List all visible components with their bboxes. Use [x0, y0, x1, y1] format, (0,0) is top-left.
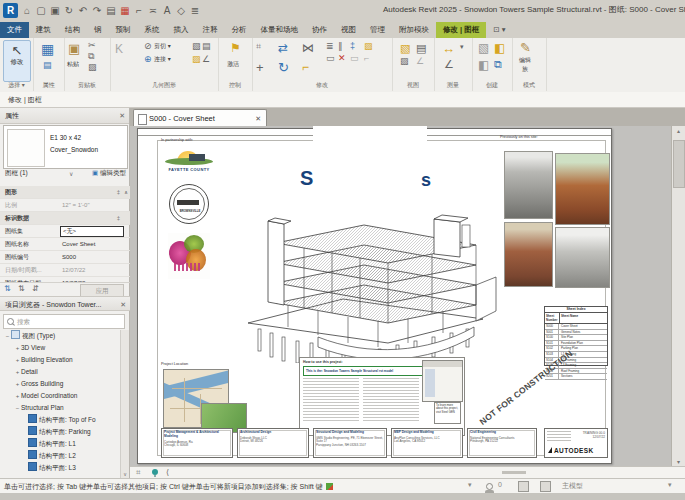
section-graphics[interactable]: 图形 ‡ ∧: [0, 186, 130, 199]
modify-button[interactable]: ↖ 修改: [3, 40, 31, 82]
dimension-icon[interactable]: ∠: [444, 58, 454, 71]
paste-label[interactable]: 粘贴: [67, 60, 79, 69]
cope-icon[interactable]: ⌐: [364, 53, 369, 63]
prop-row-sheet-set[interactable]: 图纸集 <无>: [0, 225, 130, 238]
move-icon[interactable]: +: [256, 60, 264, 75]
sheet-set-input[interactable]: <无>: [60, 226, 124, 237]
linework-icon[interactable]: ∠: [416, 56, 424, 66]
create-parts-icon[interactable]: ⧉: [494, 58, 502, 71]
scale-control-icon[interactable]: ⌗: [136, 468, 141, 478]
profile-icon[interactable]: ∠: [202, 54, 210, 64]
panel-label-select[interactable]: 选择: [8, 82, 20, 88]
edit-family-label[interactable]: 编辑族: [519, 56, 531, 74]
sort-desc-icon[interactable]: ⇵: [32, 284, 39, 293]
more-tools-icon[interactable]: ≣: [190, 3, 200, 18]
measure-icon[interactable]: ▦: [120, 3, 130, 18]
design-option-label[interactable]: 主模型: [562, 481, 583, 491]
open-icon[interactable]: ▢: [36, 3, 46, 18]
tab-modify-titleblock[interactable]: 修改 | 图框: [436, 22, 486, 38]
activate-icon[interactable]: ⚑: [230, 41, 241, 55]
join-label[interactable]: 连接 ▾: [154, 55, 171, 64]
hscroll-thumb[interactable]: [502, 471, 526, 474]
section-identity[interactable]: 标识数据 ‡: [0, 212, 130, 225]
delete-icon[interactable]: ✕: [338, 53, 346, 63]
match-type-icon[interactable]: ▨: [88, 62, 97, 72]
tab-insert[interactable]: 插入: [167, 22, 196, 38]
edit-family-icon[interactable]: ✎: [520, 40, 531, 55]
properties-icon[interactable]: ▦: [41, 41, 54, 57]
copy-icon[interactable]: ⧉: [88, 51, 94, 62]
cut-to-clipboard-icon[interactable]: ✂: [88, 40, 96, 50]
canvas-vscrollbar[interactable]: ▴ ▾: [671, 126, 685, 466]
close-browser-icon[interactable]: ✕: [120, 297, 126, 312]
temporary-hide-icon[interactable]: [152, 469, 158, 475]
tree-folder-elevation[interactable]: +Building Elevation: [0, 354, 122, 366]
visibility-icon[interactable]: ▧: [400, 42, 410, 55]
trim-icon[interactable]: ⌐: [302, 60, 309, 74]
offset-icon[interactable]: ⇄: [278, 41, 288, 55]
activate-label[interactable]: 激活: [227, 60, 239, 69]
tree-folder-gross[interactable]: +Gross Building: [0, 378, 122, 390]
revit-logo-icon[interactable]: R: [3, 3, 18, 18]
drawing-canvas[interactable]: In partnership with: FAYETTE COUNTY BROW…: [130, 126, 685, 466]
text-icon[interactable]: A: [162, 3, 172, 18]
tab-file[interactable]: 文件: [0, 22, 29, 38]
element-filter-dropdown[interactable]: 图框 (1): [5, 169, 28, 178]
tab-massing-site[interactable]: 体量和场地: [254, 22, 306, 38]
align-icon[interactable]: ⌐: [134, 3, 144, 18]
paste-icon[interactable]: ▣: [68, 41, 80, 56]
tree-view-top-of-footing[interactable]: 结构平面: Top of Fo: [0, 414, 122, 426]
tab-annotate[interactable]: 注释: [196, 22, 225, 38]
cut-geometry-icon[interactable]: ⊘: [144, 41, 152, 51]
tab-manage[interactable]: 管理: [363, 22, 392, 38]
type-selector[interactable]: E1 30 x 42 Cover_Snowdon: [3, 125, 128, 169]
close-properties-icon[interactable]: ✕: [119, 108, 125, 123]
status-dd-icon[interactable]: ▾: [668, 481, 672, 489]
create-assembly-icon[interactable]: ◧: [478, 58, 489, 72]
tree-root-views[interactable]: −视图 (Type): [0, 330, 122, 342]
tab-precast[interactable]: 预制: [109, 22, 138, 38]
toggle-icon[interactable]: ⇅: [4, 284, 11, 293]
tree-view-l2[interactable]: 结构平面: L2: [0, 450, 122, 462]
tree-folder-detail[interactable]: +Detail: [0, 366, 122, 378]
tab-addins[interactable]: 附加模块: [392, 22, 436, 38]
undo-icon[interactable]: ↶: [78, 3, 88, 18]
tab-view[interactable]: 视图: [334, 22, 363, 38]
collapse-icon[interactable]: ∧: [124, 186, 128, 198]
default-3d-icon[interactable]: ◇: [176, 3, 186, 18]
close-tab-icon[interactable]: ✕: [255, 110, 261, 127]
measure-tool-icon[interactable]: ↔: [442, 41, 455, 56]
prop-row-sheet-number[interactable]: 图纸编号S000: [0, 251, 130, 264]
scale-icon[interactable]: ▭: [326, 53, 335, 63]
sync-icon[interactable]: ↻: [64, 3, 74, 18]
tab-s000-cover-sheet[interactable]: S000 - Cover Sheet ✕: [133, 109, 267, 127]
measure-dd-icon[interactable]: ▾: [460, 43, 464, 51]
print-icon[interactable]: ▤: [106, 3, 116, 18]
create-group-icon[interactable]: ▧: [478, 41, 489, 55]
edit-type-button[interactable]: ▣ 编辑类型: [92, 169, 126, 178]
browser-search-input[interactable]: 搜索: [3, 314, 125, 329]
align-tool-icon[interactable]: ⌗: [256, 41, 261, 52]
tree-view-parking[interactable]: 结构平面: Parking: [0, 426, 122, 438]
properties-palette-header[interactable]: 属性 ✕: [0, 108, 129, 124]
tab-steel[interactable]: 钢: [87, 22, 109, 38]
ribbon-display-toggle-icon[interactable]: ⊡ ▾: [486, 22, 512, 38]
tree-view-l3[interactable]: 结构平面: L3: [0, 462, 122, 474]
home-icon[interactable]: ⌂: [22, 3, 32, 18]
mirror-icon[interactable]: ⋈: [302, 41, 314, 55]
beam-joins-icon[interactable]: ▧: [192, 41, 201, 51]
thin-lines-icon[interactable]: ≍: [148, 3, 158, 18]
design-options-icon[interactable]: [540, 481, 554, 493]
vscroll-thumb[interactable]: [673, 140, 685, 188]
override-icon[interactable]: ▨: [400, 56, 409, 66]
tab-collaborate[interactable]: 协作: [305, 22, 334, 38]
unjoin-icon[interactable]: ▤: [202, 41, 211, 51]
unpin-icon[interactable]: ▭: [350, 53, 359, 63]
worksets-dd-icon[interactable]: ▾: [468, 481, 472, 489]
pin-icon[interactable]: ‡: [350, 41, 355, 51]
editable-only-icon[interactable]: [486, 483, 493, 490]
cut-label[interactable]: 剪切 ▾: [154, 42, 171, 51]
tab-architecture[interactable]: 建筑: [29, 22, 58, 38]
cover-sheet[interactable]: In partnership with: FAYETTE COUNTY BROW…: [137, 128, 612, 464]
reveal-icon[interactable]: ⟨: [166, 468, 169, 477]
